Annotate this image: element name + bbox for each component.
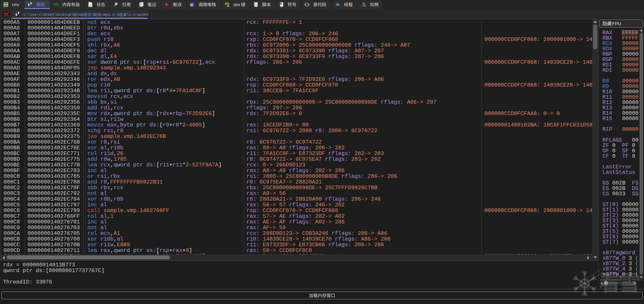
svg-text:64: 64	[5, 3, 7, 6]
svg-text:<>: <>	[254, 4, 257, 6]
